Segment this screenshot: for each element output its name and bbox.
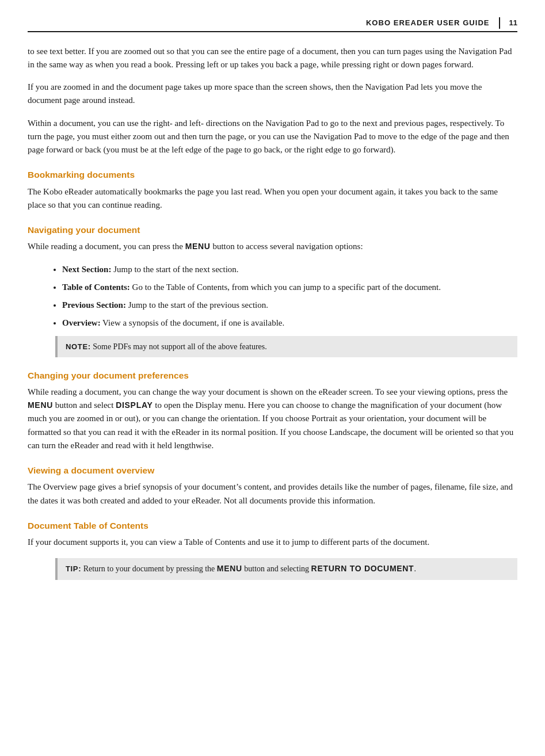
note-box-pdfs: Note: Some PDFs may not support all of t… [55,336,517,357]
page-header: Kobo eReader User Guide 11 [28,17,517,32]
menu-keyword-1: Menu [185,242,211,251]
list-item-overview: Overview: View a synopsis of the documen… [62,316,517,330]
menu-keyword-3: Menu [217,564,242,573]
section-navigating: Navigating your document While reading a… [28,223,517,357]
section-doc-toc-para: If your document supports it, you can vi… [28,536,517,549]
intro-para-2: If you are zoomed in and the document pa… [28,81,517,108]
return-to-document-keyword: Return to Document [311,564,414,573]
section-preferences: Changing your document preferences While… [28,369,517,453]
note-text: Some PDFs may not support all of the abo… [91,342,267,351]
previous-section-term: Previous Section: [62,300,126,310]
list-item-next-section: Next Section: Jump to the start of the n… [62,263,517,276]
tip-label: Tip: [66,564,81,573]
list-item-toc: Table of Contents: Go to the Table of Co… [62,281,517,294]
next-section-term: Next Section: [62,265,111,274]
toc-term: Table of Contents: [62,282,130,292]
intro-para-3: Within a document, you can use the right… [28,117,517,157]
tip-text-before: Return to your document by pressing the [81,564,217,573]
section-preferences-para: While reading a document, you can change… [28,385,517,452]
section-doc-toc: Document Table of Contents If your docum… [28,519,517,580]
note-label: Note: [66,342,91,351]
section-bookmarking-heading: Bookmarking documents [28,168,517,181]
section-viewing-overview-para: The Overview page gives a brief synopsis… [28,480,517,507]
header-title: Kobo eReader User Guide [366,17,490,29]
intro-para-1: to see text better. If you are zoomed ou… [28,45,517,72]
section-navigating-heading: Navigating your document [28,223,517,236]
section-navigating-para: While reading a document, you can press … [28,240,517,253]
tip-text-after: . [414,564,416,573]
tip-text-middle: button and selecting [242,564,311,573]
section-viewing-overview: Viewing a document overview The Overview… [28,464,517,507]
list-item-previous-section: Previous Section: Jump to the start of t… [62,299,517,312]
section-viewing-overview-heading: Viewing a document overview [28,464,517,477]
page: Kobo eReader User Guide 11 to see text b… [0,0,545,756]
section-preferences-heading: Changing your document preferences [28,369,517,382]
menu-keyword-2: Menu [28,400,53,410]
section-bookmarking: Bookmarking documents The Kobo eReader a… [28,168,517,212]
navigation-options-list: Next Section: Jump to the start of the n… [62,263,517,330]
section-doc-toc-heading: Document Table of Contents [28,519,517,532]
display-keyword: Display [116,400,153,410]
overview-term: Overview: [62,318,101,327]
tip-box-return: Tip: Return to your document by pressing… [55,558,517,580]
header-page-number: 11 [499,17,517,29]
section-bookmarking-para: The Kobo eReader automatically bookmarks… [28,185,517,212]
